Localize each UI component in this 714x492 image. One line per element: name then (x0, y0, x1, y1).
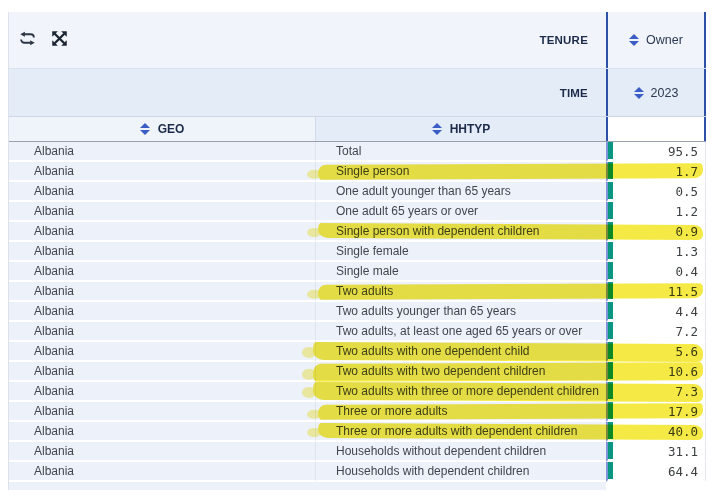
geo-column-header[interactable]: GEO (9, 117, 315, 141)
table-row: AlbaniaTwo adults younger than 65 years4… (9, 302, 706, 322)
geo-cell: Albania (9, 362, 315, 382)
value-cell: 31.1 (606, 442, 706, 462)
hhtyp-cell: Single male (315, 262, 606, 282)
value-cell: 0.9 (606, 222, 706, 242)
geo-cell: Albania (9, 242, 315, 262)
value-cell: 10.6 (606, 362, 706, 382)
geo-cell: Albania (9, 182, 315, 202)
hhtyp-cell: Two adults with one dependent child (315, 342, 606, 362)
hhtyp-cell: Total (315, 142, 606, 162)
hhtyp-cell: Households without dependent children (315, 442, 606, 462)
sort-icon (634, 87, 644, 99)
geo-cell: Albania (9, 142, 315, 162)
table-row: AlbaniaTwo adults, at least one aged 65 … (9, 322, 706, 342)
table-row: AlbaniaHouseholds without dependent chil… (9, 442, 706, 462)
hhtyp-cell: Single female (315, 242, 606, 262)
table-row: AlbaniaThree or more adults17.9 (9, 402, 706, 422)
value-accent-bar (608, 442, 613, 459)
geo-cell: Albania (9, 322, 315, 342)
hhtyp-cell: Two adults (315, 282, 606, 302)
value-cell: 7.3 (606, 382, 706, 402)
tenure-label-pane: TENURE (9, 12, 606, 68)
value-text: 7.2 (675, 324, 698, 339)
hhtyp-cell: Two adults, at least one aged 65 years o… (315, 322, 606, 342)
table-row: AlbaniaTwo adults with two dependent chi… (9, 362, 706, 382)
fullscreen-button[interactable] (49, 30, 69, 50)
geo-cell: Albania (9, 222, 315, 242)
hhtyp-cell: Two adults with three or more dependent … (315, 382, 606, 402)
toolbar (9, 30, 69, 50)
value-text: 95.5 (668, 144, 698, 159)
value-text: 11.5 (668, 284, 698, 299)
value-cell: 95.5 (606, 142, 706, 162)
value-cell: 0.5 (606, 182, 706, 202)
time-value-selector[interactable]: 2023 (606, 69, 706, 116)
value-text: 10.6 (668, 364, 698, 379)
time-selected-value: 2023 (651, 86, 679, 100)
geo-column-label: GEO (158, 122, 185, 136)
value-accent-bar (608, 242, 613, 259)
value-cell: 7.2 (606, 322, 706, 342)
hhtyp-cell: Three or more adults (315, 402, 606, 422)
geo-cell: Albania (9, 342, 315, 362)
table-row: AlbaniaTotal95.5 (9, 142, 706, 162)
value-accent-bar (608, 162, 613, 179)
swap-axes-icon (19, 30, 36, 50)
time-label-pane: TIME (9, 69, 606, 116)
value-cell: 5.6 (606, 342, 706, 362)
sort-icon (629, 34, 639, 46)
table-row: AlbaniaTwo adults11.5 (9, 282, 706, 302)
table-row: AlbaniaSingle person with dependent chil… (9, 222, 706, 242)
geo-cell: Albania (9, 462, 315, 482)
value-text: 0.5 (675, 184, 698, 199)
value-cell: 40.0 (606, 422, 706, 442)
value-cell: 1.2 (606, 202, 706, 222)
value-cell: 64.4 (606, 462, 706, 482)
hhtyp-cell: Two adults younger than 65 years (315, 302, 606, 322)
value-accent-bar (608, 362, 613, 379)
value-column-header (606, 117, 706, 141)
hhtyp-column-header[interactable]: HHTYP (315, 117, 606, 141)
table-row: AlbaniaTwo adults with one dependent chi… (9, 342, 706, 362)
value-text: 1.2 (675, 204, 698, 219)
value-cell: 17.9 (606, 402, 706, 422)
table-row: AlbaniaHouseholds with dependent childre… (9, 462, 706, 482)
hhtyp-cell: Three or more adults with dependent chil… (315, 422, 606, 442)
filter-row-time: TIME 2023 (9, 68, 706, 116)
tenure-dimension-label: TENURE (540, 34, 606, 46)
value-accent-bar (608, 322, 613, 339)
value-cell: 11.5 (606, 282, 706, 302)
table-row: AlbaniaThree or more adults with depende… (9, 422, 706, 442)
data-table: TENURE Owner TIME 2023 GEO (8, 12, 706, 490)
value-cell: 4.4 (606, 302, 706, 322)
data-table-view: TENURE Owner TIME 2023 GEO (0, 0, 714, 492)
value-text: 7.3 (675, 384, 698, 399)
value-text: 31.1 (668, 444, 698, 459)
filter-row-tenure: TENURE Owner (9, 12, 706, 68)
value-text: 1.7 (675, 164, 698, 179)
value-cell: 0.4 (606, 262, 706, 282)
sort-icon (140, 123, 150, 135)
value-accent-bar (608, 182, 613, 199)
value-accent-bar (608, 402, 613, 419)
value-text: 0.9 (675, 224, 698, 239)
value-accent-bar (608, 142, 613, 159)
time-dimension-label: TIME (560, 87, 606, 99)
value-accent-bar (608, 262, 613, 279)
hhtyp-cell: Single person (315, 162, 606, 182)
hhtyp-cell: Two adults with two dependent children (315, 362, 606, 382)
geo-cell: Albania (9, 402, 315, 422)
table-row: AlbaniaTwo adults with three or more dep… (9, 382, 706, 402)
tenure-selected-value: Owner (646, 33, 683, 47)
hhtyp-cell: One adult 65 years or over (315, 202, 606, 222)
sort-icon (432, 123, 442, 135)
swap-axes-button[interactable] (17, 30, 37, 50)
table-row: AlbaniaOne adult 65 years or over1.2 (9, 202, 706, 222)
value-accent-bar (608, 202, 613, 219)
value-accent-bar (608, 462, 613, 479)
value-text: 64.4 (668, 464, 698, 479)
hhtyp-cell: Single person with dependent children (315, 222, 606, 242)
value-accent-bar (608, 342, 613, 359)
tenure-value-selector[interactable]: Owner (606, 12, 706, 68)
table-row: AlbaniaSingle male0.4 (9, 262, 706, 282)
